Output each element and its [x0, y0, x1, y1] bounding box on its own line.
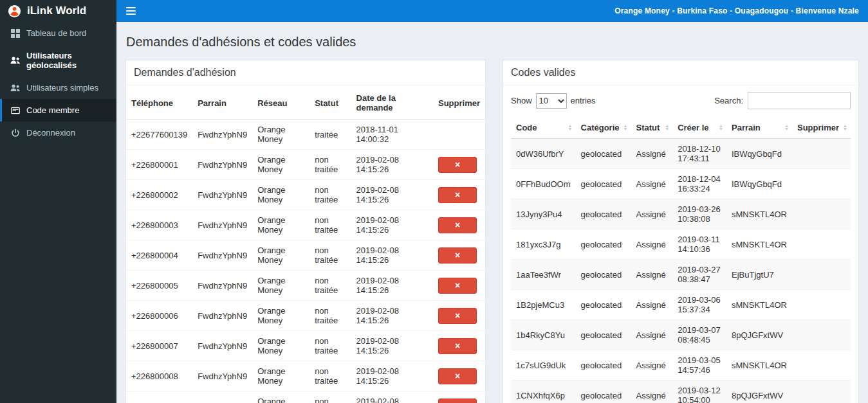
topbar-user-info: Orange Money - Burkina Faso - Ouagadougo… [614, 6, 868, 15]
code-row: 1aaTee3fWrgeolocatedAssigné2019-03-27 08… [511, 260, 851, 290]
delete-request-button[interactable]: × [438, 157, 477, 173]
requests-column-header: Parrain [192, 87, 252, 120]
creer-le-cell: 2019-03-26 10:38:08 [672, 199, 726, 229]
supprimer-cell: × [433, 150, 485, 180]
parrain-cell: FwdhzYphN9 [192, 120, 252, 150]
categorie-cell: geolocated [576, 350, 631, 381]
code-row: 0dW36UfbrYgeolocatedAssigné2018-12-10 17… [511, 139, 851, 169]
request-row: +22677600139FwdhzYphN9Orange Moneytraité… [126, 120, 485, 150]
users-icon [10, 84, 21, 93]
sidebar-item-label: Déconnexion [26, 128, 75, 138]
request-row: +226800006FwdhzYphN9Orange Moneynon trai… [126, 301, 485, 331]
codes-table-body: 0dW36UfbrYgeolocatedAssigné2018-12-10 17… [511, 139, 851, 403]
column-label: Supprimer [797, 123, 839, 132]
supprimer-cell: × [433, 391, 485, 403]
entries-label: entries [571, 96, 596, 105]
supprimer-cell: × [433, 180, 485, 210]
reseau-cell: Orange Money [252, 210, 309, 240]
categorie-cell: geolocated [576, 199, 631, 229]
parrain-cell: FwdhzYphN9 [192, 271, 252, 301]
sort-icon: ▲▼ [568, 124, 573, 132]
requests-panel: Demandes d'adhésion TéléphoneParrainRése… [125, 60, 486, 403]
statut-cell: non traitée [309, 240, 351, 271]
code-row: 181yxc3J7ggeolocatedAssigné2019-03-11 14… [511, 229, 851, 260]
sidebar-item-dashboard[interactable]: Tableau de bord [0, 22, 116, 44]
codes-column-header[interactable]: Créer le▲▼ [672, 117, 726, 139]
delete-request-button[interactable]: × [438, 399, 477, 403]
request-row: +226800009FwdhzYphN9Orange Moneynon trai… [126, 391, 485, 403]
sidebar-item-logout[interactable]: Déconnexion [0, 121, 116, 144]
column-label: Catégorie [581, 123, 620, 132]
users-icon [10, 56, 21, 65]
app-title: iLink World [27, 4, 86, 17]
app-logo[interactable]: iLink World [0, 0, 116, 22]
creer-le-cell: 2018-12-10 17:43:11 [672, 139, 726, 169]
supprimer-cell [792, 381, 851, 403]
supprimer-cell [792, 290, 851, 320]
parrain-cell: sMNSKTL4OR [726, 290, 792, 320]
member-card-icon [10, 106, 21, 115]
codes-column-header[interactable]: Code▲▼ [511, 117, 576, 139]
search-label: Search: [714, 96, 743, 105]
statut-cell: non traitée [309, 361, 351, 391]
column-label: Code [516, 123, 537, 132]
parrain-cell: FwdhzYphN9 [192, 240, 252, 271]
supprimer-cell [433, 120, 485, 150]
codes-column-header[interactable]: Supprimer▲▼ [792, 117, 851, 139]
categorie-cell: geolocated [576, 260, 631, 290]
sidebar-item-geolocated-users[interactable]: Utilisateurs géolocalisés [0, 44, 116, 76]
topbar-main: Orange Money - Burkina Faso - Ouagadougo… [116, 0, 868, 22]
date-cell: 2019-02-08 14:15:26 [351, 210, 433, 240]
power-icon [10, 129, 21, 138]
code-cell: 13Jyny3Pu4 [511, 199, 576, 229]
sort-icon: ▲▼ [784, 124, 789, 132]
code-cell: 1B2pjeMCu3 [511, 290, 576, 320]
search-input[interactable] [748, 92, 851, 109]
parrain-cell: 8pQJGFxtWV [726, 381, 792, 403]
request-row: +226800001FwdhzYphN9Orange Moneynon trai… [126, 150, 485, 180]
delete-request-button[interactable]: × [438, 338, 477, 354]
codes-column-header[interactable]: Catégorie▲▼ [576, 117, 631, 139]
code-cell: 1c7sUG9dUk [511, 350, 576, 381]
codes-column-header[interactable]: Statut▲▼ [631, 117, 673, 139]
creer-le-cell: 2019-03-11 14:10:36 [672, 229, 726, 260]
parrain-cell: FwdhzYphN9 [192, 180, 252, 210]
parrain-cell: EjBuTjgtU7 [726, 260, 792, 290]
parrain-cell: FwdhzYphN9 [192, 210, 252, 240]
codes-panel-body: Show 10 entries Search: Code▲▼Catégorie▲… [503, 85, 858, 403]
reseau-cell: Orange Money [252, 240, 309, 271]
reseau-cell: Orange Money [252, 271, 309, 301]
show-label: Show [511, 96, 532, 105]
delete-request-button[interactable]: × [438, 187, 477, 203]
code-row: 1CNXhfqX6pgeolocatedAssigné2019-03-12 10… [511, 381, 851, 403]
app-logo-icon [8, 4, 21, 18]
parrain-cell: sMNSKTL4OR [726, 350, 792, 381]
delete-request-button[interactable]: × [438, 217, 477, 233]
statut-cell: Assigné [631, 199, 673, 229]
sidebar-item-label: Code membre [26, 105, 79, 115]
categorie-cell: geolocated [576, 139, 631, 169]
delete-request-button[interactable]: × [438, 247, 477, 264]
date-cell: 2019-02-08 14:15:26 [351, 180, 433, 210]
page-length-select[interactable]: 10 [536, 93, 567, 109]
telephone-cell: +226800003 [126, 210, 192, 240]
delete-request-button[interactable]: × [438, 368, 477, 384]
categorie-cell: geolocated [576, 229, 631, 260]
delete-request-button[interactable]: × [438, 278, 477, 294]
statut-cell: non traitée [309, 210, 351, 240]
column-label: Parrain [732, 123, 761, 132]
code-cell: 1CNXhfqX6p [511, 381, 576, 403]
statut-cell: non traitée [309, 180, 351, 210]
codes-panel: Codes valides Show 10 entries Search: [503, 60, 859, 403]
delete-request-button[interactable]: × [438, 308, 477, 324]
sidebar-item-member-code[interactable]: Code membre [0, 99, 116, 121]
code-cell: 0dW36UfbrY [511, 139, 576, 169]
sidebar-item-simple-users[interactable]: Utilisateurs simples [0, 76, 116, 99]
request-row: +226800005FwdhzYphN9Orange Moneynon trai… [126, 271, 485, 301]
parrain-cell: FwdhzYphN9 [192, 331, 252, 361]
statut-cell: Assigné [631, 260, 673, 290]
column-label: Créer le [678, 123, 708, 132]
sidebar-toggle-button[interactable] [116, 0, 145, 22]
topbar: iLink World Orange Money - Burkina Faso … [0, 0, 868, 22]
codes-column-header[interactable]: Parrain▲▼ [726, 117, 792, 139]
